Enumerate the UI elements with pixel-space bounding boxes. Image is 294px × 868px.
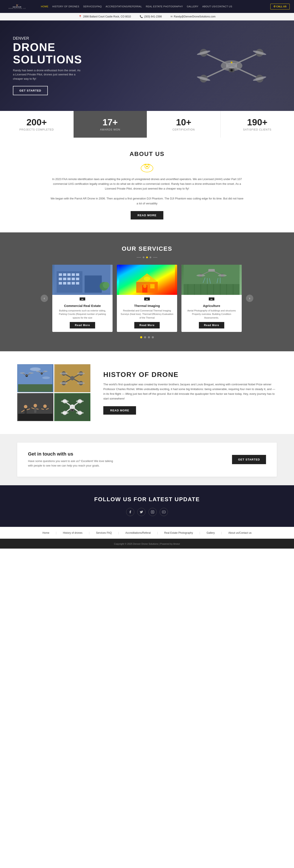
carousel-prev-button[interactable]: ‹ xyxy=(41,294,48,302)
service-name-agriculture: Agriculture xyxy=(185,304,238,308)
twitter-icon[interactable] xyxy=(137,508,145,516)
nav-accreditations[interactable]: ACCREDITATIONS/REFERRAL xyxy=(106,5,142,8)
stats-bar: 200+ PROJECTS COMPLETED 17+ AWARDS WON 1… xyxy=(0,111,294,137)
about-text-2: We began with the Parrot AR Drone in 200… xyxy=(50,196,244,206)
footer-sep-1: | xyxy=(56,531,56,534)
carousel-dot-2[interactable] xyxy=(144,336,146,338)
carousel-dot-3[interactable] xyxy=(148,336,150,338)
nav-about[interactable]: ABOUT US/CONTACT US xyxy=(202,5,232,8)
nav-real-estate[interactable]: REAL ESTATE PHOTOGRAPHY xyxy=(146,5,183,8)
footer-bottom: Copyright © 2025 Denver Drone Solutions … xyxy=(0,539,294,549)
footer-nav-about[interactable]: About us/Contact us xyxy=(228,531,252,534)
service-read-more-commercial[interactable]: Read More xyxy=(70,322,95,329)
service-image-commercial xyxy=(52,265,112,295)
footer-nav-home[interactable]: Home xyxy=(42,531,49,534)
services-title: OUR SERVICES xyxy=(13,245,281,252)
service-read-more-thermal[interactable]: Read More xyxy=(134,322,160,329)
hero-top-text: DENVER xyxy=(13,36,90,41)
social-icons xyxy=(17,508,277,516)
svg-point-128 xyxy=(71,409,73,411)
svg-point-65 xyxy=(218,274,227,277)
svg-rect-38 xyxy=(72,282,75,284)
footer-nav-history[interactable]: History of drones xyxy=(63,531,83,534)
history-images xyxy=(17,364,90,421)
svg-rect-39 xyxy=(76,282,79,284)
hero-subtitle: Randy has been a drone enthusiast from t… xyxy=(13,68,82,81)
service-desc-commercial: Building components such as exterior sid… xyxy=(56,309,109,320)
service-desc-agriculture: Aerial Photography of buildings and stru… xyxy=(185,309,238,320)
svg-rect-36 xyxy=(63,282,66,284)
svg-point-97 xyxy=(60,382,68,384)
address-info: 📍 2898 Ballard Court Castle Rock, CO 801… xyxy=(78,15,131,18)
call-button[interactable]: ✆ CALL US xyxy=(270,4,290,9)
contact-title: Get in touch with us xyxy=(28,451,232,457)
svg-point-41 xyxy=(103,282,109,288)
nav-home[interactable]: HOME xyxy=(41,5,48,8)
footer-sep-5: | xyxy=(199,531,200,534)
hero-get-started-button[interactable]: GET STARTED xyxy=(13,86,48,95)
history-section: HISTORY OF DRONE The world's first quadc… xyxy=(0,351,294,434)
svg-line-5 xyxy=(232,66,260,79)
service-read-more-agriculture[interactable]: Read More xyxy=(199,322,224,329)
svg-point-126 xyxy=(76,412,84,414)
contact-inner: Get in touch with us Have some questions… xyxy=(17,443,277,477)
history-read-more-button[interactable]: Read More xyxy=(103,406,136,414)
youtube-icon[interactable] xyxy=(160,508,168,516)
stat-clients-number: 190+ xyxy=(225,117,290,127)
nav-links: HOME HISTORY OF DRONES SERVICES/FAQ ACCR… xyxy=(41,5,270,8)
svg-rect-101 xyxy=(25,408,27,414)
svg-rect-28 xyxy=(72,273,75,276)
stat-certification: 10+ CERTIFICATION xyxy=(147,111,221,137)
history-image-2 xyxy=(54,364,90,392)
svg-rect-84 xyxy=(18,384,53,392)
service-card-thermal: ▬ Thermal Imaging Residential and Commer… xyxy=(117,265,177,332)
svg-line-4 xyxy=(204,66,232,79)
svg-rect-25 xyxy=(59,273,62,276)
history-title: HISTORY OF DRONE xyxy=(103,371,277,379)
svg-rect-63 xyxy=(208,269,215,272)
carousel-next-button[interactable]: › xyxy=(246,294,253,302)
service-image-agriculture xyxy=(182,265,242,295)
footer-nav-accreditations[interactable]: Accreditations/Referal xyxy=(126,531,151,534)
services-carousel: ‹ xyxy=(13,265,281,332)
services-dots xyxy=(13,256,281,258)
footer-nav-gallery[interactable]: Gallery xyxy=(207,531,215,534)
about-read-more-button[interactable]: Read More xyxy=(131,211,163,219)
nav-services[interactable]: SERVICES/FAQ xyxy=(83,5,102,8)
carousel-dot-1[interactable] xyxy=(140,336,142,338)
svg-rect-50 xyxy=(184,284,239,295)
dot-line-left xyxy=(137,257,141,257)
about-title: ABOUT US xyxy=(17,151,277,157)
instagram-icon[interactable] xyxy=(149,508,157,516)
history-content: HISTORY OF DRONE The world's first quadc… xyxy=(103,371,277,414)
logo[interactable]: 🦅 DENVER DRONE SOLUTIONS, LLC xyxy=(4,1,39,12)
svg-rect-46 xyxy=(150,284,155,288)
facebook-icon[interactable] xyxy=(126,508,134,516)
phone-info: 📞 (303) 641-2398 xyxy=(140,15,162,18)
service-card-agriculture: ▬ Agriculture Aerial Photography of buil… xyxy=(182,265,242,332)
contact-get-started-button[interactable]: GET STARTED xyxy=(232,455,266,464)
services-grid: ▬ Commercial Real Estate Building compon… xyxy=(52,265,242,332)
follow-title: Follow Us For Latest Update xyxy=(17,496,277,503)
nav-gallery[interactable]: GALLERY xyxy=(187,5,198,8)
svg-marker-131 xyxy=(164,512,164,513)
svg-point-96 xyxy=(77,372,85,375)
svg-point-125 xyxy=(61,412,69,414)
nav-history[interactable]: HISTORY OF DRONES xyxy=(52,5,79,8)
svg-rect-27 xyxy=(67,273,71,276)
about-text-1: In 2023 FAA remote identification laws a… xyxy=(50,177,244,191)
address-text: 2898 Ballard Court Castle Rock, CO 8010 xyxy=(83,15,131,18)
svg-rect-33 xyxy=(72,278,75,280)
svg-point-21 xyxy=(146,166,148,167)
footer-nav-services[interactable]: Services FAQ xyxy=(96,531,112,534)
stat-certification-label: CERTIFICATION xyxy=(151,128,216,131)
svg-line-2 xyxy=(204,53,232,66)
footer-nav-real-estate[interactable]: Real Estate Photography xyxy=(164,531,193,534)
svg-rect-24 xyxy=(85,276,102,293)
footer-sep-6: | xyxy=(221,531,222,534)
svg-rect-129 xyxy=(151,510,154,513)
svg-point-81 xyxy=(43,371,47,372)
svg-rect-109 xyxy=(44,408,46,413)
stat-projects-label: PROJECTS COMPLETED xyxy=(4,128,69,131)
carousel-dot-4[interactable] xyxy=(152,336,154,338)
